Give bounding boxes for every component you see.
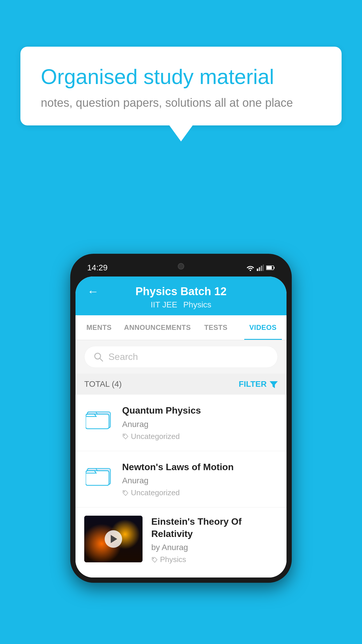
svg-rect-6 <box>267 266 272 270</box>
svg-point-16 <box>124 491 125 492</box>
list-item[interactable]: Einstein's Theory Of Relativity by Anura… <box>75 508 287 572</box>
folder-thumb-newton <box>84 461 113 487</box>
tag-label: Uncategorized <box>131 432 180 441</box>
tag-icon <box>122 433 129 440</box>
tab-tests[interactable]: TESTS <box>192 315 240 340</box>
tag-icon <box>151 556 158 563</box>
svg-rect-3 <box>261 266 262 271</box>
total-count: TOTAL (4) <box>84 379 122 389</box>
einstein-info: Einstein's Theory Of Relativity by Anura… <box>151 516 278 564</box>
phone-screen: ← Physics Batch 12 IIT JEE Physics MENTS… <box>75 276 287 578</box>
signal-icon <box>257 265 264 271</box>
list-item[interactable]: Quantum Physics Anurag Uncategorized <box>75 395 287 451</box>
svg-line-9 <box>100 358 103 361</box>
folder-icon <box>86 463 112 486</box>
tabs-bar: MENTS ANNOUNCEMENTS TESTS VIDEOS <box>75 315 287 340</box>
status-icons <box>246 265 275 271</box>
partial-item-einstein: Einstein's Theory Of Relativity by Anura… <box>75 508 287 578</box>
phone-mockup: 14:29 <box>70 254 292 583</box>
svg-point-8 <box>95 353 101 359</box>
svg-rect-2 <box>259 267 260 271</box>
svg-point-0 <box>250 270 251 271</box>
tag-label: Physics <box>160 555 186 564</box>
svg-point-17 <box>153 558 154 559</box>
battery-icon <box>266 265 275 270</box>
app-header: ← Physics Batch 12 IIT JEE Physics <box>75 276 287 315</box>
video-author: Anurag <box>122 476 278 485</box>
einstein-thumbnail <box>84 516 143 562</box>
speech-bubble-card: Organised study material notes, question… <box>20 47 342 125</box>
tag-icon <box>122 490 129 496</box>
tab-videos[interactable]: VIDEOS <box>239 315 287 340</box>
phone-notch <box>161 259 201 274</box>
camera-dot <box>178 263 184 270</box>
filter-bar: TOTAL (4) FILTER <box>75 374 287 395</box>
search-placeholder: Search <box>108 351 138 362</box>
search-container: Search <box>75 340 287 374</box>
folder-icon <box>86 406 112 429</box>
video-tag: Uncategorized <box>122 488 278 497</box>
back-button[interactable]: ← <box>87 285 99 298</box>
phone-outer-shell: 14:29 <box>70 254 292 583</box>
svg-point-13 <box>124 435 125 436</box>
tag-label: Uncategorized <box>131 488 180 497</box>
video-tag: Uncategorized <box>122 432 278 441</box>
svg-rect-4 <box>263 265 264 271</box>
search-icon <box>93 352 104 362</box>
svg-rect-7 <box>274 267 275 269</box>
speech-bubble-subtitle: notes, question papers, solutions all at… <box>41 96 321 109</box>
play-triangle-icon <box>111 535 117 543</box>
speech-bubble-arrow <box>169 125 193 141</box>
play-button[interactable] <box>105 530 122 548</box>
video-list: Quantum Physics Anurag Uncategorized <box>75 395 287 578</box>
filter-icon <box>270 380 278 388</box>
phone-time: 14:29 <box>87 263 108 272</box>
filter-button[interactable]: FILTER <box>239 379 278 389</box>
status-bar: 14:29 <box>75 259 287 276</box>
speech-bubble-title: Organised study material <box>41 64 321 89</box>
video-title: Newton's Laws of Motion <box>122 461 278 473</box>
filter-label: FILTER <box>239 379 267 389</box>
header-row: ← Physics Batch 12 <box>87 285 275 298</box>
svg-marker-10 <box>270 381 278 388</box>
video-info-quantum: Quantum Physics Anurag Uncategorized <box>122 405 278 441</box>
list-item[interactable]: Newton's Laws of Motion Anurag Uncategor… <box>75 451 287 508</box>
subtitle-tag2: Physics <box>183 300 211 309</box>
svg-rect-1 <box>257 269 258 271</box>
video-title: Quantum Physics <box>122 405 278 417</box>
video-author: by Anurag <box>151 543 278 552</box>
subtitle-tag1: IIT JEE <box>151 300 177 309</box>
search-bar[interactable]: Search <box>84 346 278 368</box>
folder-thumb-quantum <box>84 405 113 431</box>
video-tag: Physics <box>151 555 278 564</box>
app-title: Physics Batch 12 <box>136 285 227 298</box>
speech-bubble-area: Organised study material notes, question… <box>20 47 342 141</box>
video-author: Anurag <box>122 420 278 429</box>
tab-ments[interactable]: MENTS <box>75 315 123 340</box>
video-info-newton: Newton's Laws of Motion Anurag Uncategor… <box>122 461 278 498</box>
app-subtitle-row: IIT JEE Physics <box>151 300 211 309</box>
wifi-icon <box>246 265 254 271</box>
video-title: Einstein's Theory Of Relativity <box>151 516 278 540</box>
tab-announcements[interactable]: ANNOUNCEMENTS <box>123 315 192 340</box>
